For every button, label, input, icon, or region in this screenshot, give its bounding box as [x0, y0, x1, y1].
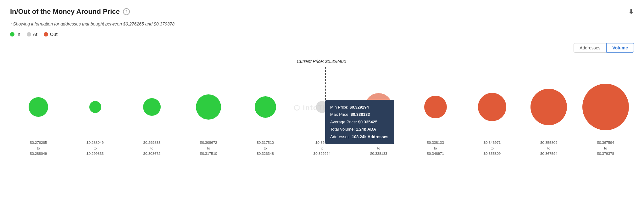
axis-label-line1-2: $0.299833 — [143, 141, 160, 144]
axis-label-line3-6: $0.338133 — [370, 152, 387, 155]
axis-label-4: $0.317510to$0.326348 — [237, 140, 293, 156]
legend: In At Out — [10, 31, 634, 37]
legend-item-at: At — [27, 31, 37, 37]
axis-label-line2-6: to — [377, 146, 380, 150]
tooltip-min-price: Min Price: $0.329294 — [330, 104, 389, 111]
chart-area: Current Price: $0.328400 ⬡ IntoThe $0.27… — [10, 56, 634, 156]
tooltip-total-vol: Total Volume: 1.24b ADA — [330, 126, 389, 133]
axis-label-line3-8: $0.355809 — [484, 152, 501, 155]
subtitle: * Showing information for addresses that… — [10, 21, 634, 26]
axis-label-line1-8: $0.346971 — [484, 141, 501, 144]
axis-label-line3-4: $0.326348 — [257, 152, 274, 155]
bubble-col-9 — [520, 75, 577, 139]
axis-label-line3-5: $0.329294 — [314, 152, 330, 155]
page-title: In/Out of the Money Around Price — [10, 8, 120, 16]
bubble-col-10 — [577, 75, 634, 139]
tooltip-avg-value: $0.335425 — [358, 120, 377, 124]
axis-label-line3-9: $0.367594 — [540, 152, 557, 155]
at-dot — [27, 32, 31, 37]
bubble-4[interactable] — [255, 96, 276, 118]
axis-label-8: $0.346971to$0.355809 — [464, 140, 520, 156]
axis-label-line1-1: $0.288049 — [86, 141, 103, 144]
legend-item-out: Out — [44, 31, 58, 37]
tooltip-max-price: Max Price: $0.338133 — [330, 111, 389, 118]
axis-label-line1-3: $0.308672 — [200, 141, 217, 144]
bubble-1[interactable] — [89, 101, 101, 113]
axis-label-line2-9: to — [547, 146, 551, 150]
title-group: In/Out of the Money Around Price ? — [10, 8, 130, 16]
axis-label-line2-8: to — [491, 146, 494, 150]
axis-label-10: $0.367594to$0.379378 — [577, 140, 634, 156]
header-row: In/Out of the Money Around Price ? ⬇ — [10, 8, 634, 16]
tooltip-vol-label: Total Volume: — [330, 127, 355, 132]
main-container: In/Out of the Money Around Price ? ⬇ * S… — [0, 0, 644, 164]
volume-button[interactable]: Volume — [606, 43, 634, 53]
axis-label-line3-1: $0.299833 — [86, 152, 103, 155]
bubble-col-4 — [237, 75, 293, 139]
bubble-10[interactable] — [582, 84, 629, 130]
axis-label-7: $0.338133to$0.346971 — [407, 140, 464, 156]
tooltip-addresses: Addresses: 108.24k Addresses — [330, 133, 389, 140]
bubble-8[interactable] — [478, 93, 506, 121]
out-dot — [44, 32, 48, 37]
bubble-col-3 — [180, 75, 237, 139]
controls-row: Addresses Volume — [10, 43, 634, 53]
addresses-button[interactable]: Addresses — [574, 43, 606, 53]
tooltip-max-label: Max Price: — [330, 112, 349, 117]
axis-label-1: $0.288049to$0.299833 — [67, 140, 123, 156]
tooltip-min-value: $0.329294 — [349, 105, 369, 110]
bubble-col-2 — [124, 75, 180, 139]
tooltip: Min Price: $0.329294 Max Price: $0.33813… — [325, 100, 394, 144]
bubble-col-7 — [407, 75, 464, 139]
axis-label-line2-1: to — [94, 146, 97, 150]
axis-label-line2-10: to — [604, 146, 607, 150]
axis-label-line2-5: to — [320, 146, 324, 150]
axis-label-line2-3: to — [207, 146, 210, 150]
legend-item-in: In — [10, 31, 20, 37]
legend-label-at: At — [33, 31, 37, 37]
bubble-2[interactable] — [143, 98, 161, 116]
bubble-col-1 — [67, 75, 123, 139]
legend-label-out: Out — [50, 31, 58, 37]
tooltip-addr-label: Addresses: — [330, 134, 351, 139]
axis-labels: $0.276265to$0.288049$0.288049to$0.299833… — [10, 140, 634, 156]
tooltip-avg-price: Average Price: $0.335425 — [330, 118, 389, 126]
axis-label-line1-10: $0.367594 — [597, 141, 614, 144]
axis-label-2: $0.299833to$0.308672 — [124, 140, 180, 156]
tooltip-avg-label: Average Price: — [330, 120, 357, 124]
tooltip-vol-value: 1.24b ADA — [356, 127, 376, 132]
axis-label-9: $0.355809to$0.367594 — [520, 140, 577, 156]
help-icon[interactable]: ? — [123, 8, 130, 15]
in-dot — [10, 32, 14, 37]
axis-label-line3-0: $0.288049 — [30, 152, 47, 155]
tooltip-max-value: $0.338133 — [351, 112, 370, 117]
bubble-col-0 — [10, 75, 67, 139]
axis-label-0: $0.276265to$0.288049 — [10, 140, 67, 156]
bubble-9[interactable] — [530, 89, 567, 125]
axis-label-line3-7: $0.346971 — [427, 152, 444, 155]
axis-label-line2-7: to — [434, 146, 437, 150]
axis-label-3: $0.308672to$0.317510 — [180, 140, 237, 156]
tooltip-min-label: Min Price: — [330, 105, 348, 110]
legend-label-in: In — [16, 31, 20, 37]
bubble-7[interactable] — [424, 96, 447, 118]
axis-label-line1-9: $0.355809 — [540, 141, 557, 144]
axis-label-line3-3: $0.317510 — [200, 152, 217, 155]
axis-label-line2-0: to — [37, 146, 40, 150]
tooltip-addr-value: 108.24k Addresses — [352, 134, 389, 139]
axis-label-line2-2: to — [150, 146, 153, 150]
bubble-3[interactable] — [196, 94, 221, 120]
axis-label-line2-4: to — [264, 146, 267, 150]
bubbles-row — [10, 75, 634, 139]
axis-label-line3-2: $0.308672 — [143, 152, 160, 155]
bubble-0[interactable] — [29, 97, 48, 117]
download-icon[interactable]: ⬇ — [628, 8, 634, 16]
axis-label-line1-0: $0.276265 — [30, 141, 47, 144]
axis-label-line1-7: $0.338133 — [427, 141, 444, 144]
bubble-col-8 — [464, 75, 520, 139]
axis-label-line1-4: $0.317510 — [257, 141, 274, 144]
current-price-label: Current Price: $0.328400 — [297, 59, 346, 64]
axis-label-line3-10: $0.379378 — [597, 152, 614, 155]
